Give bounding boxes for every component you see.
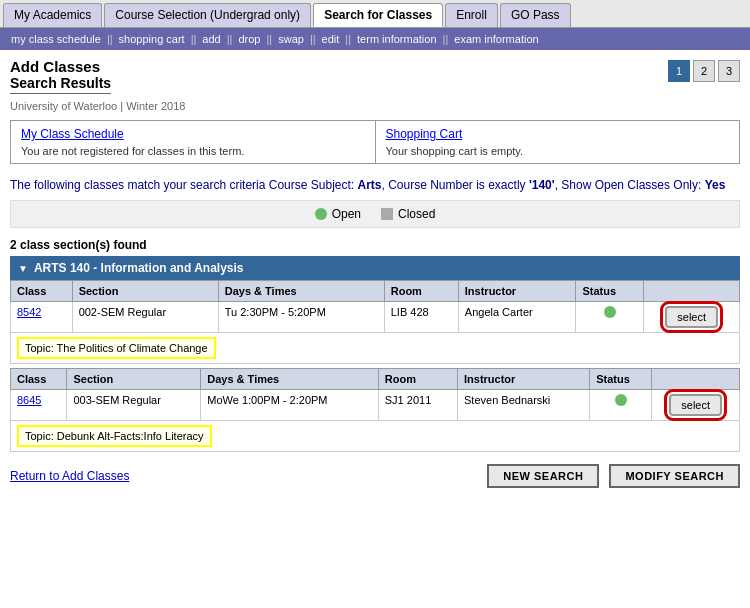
closed-label: Closed bbox=[398, 207, 435, 221]
status-2 bbox=[590, 390, 652, 421]
course-title: ARTS 140 - Information and Analysis bbox=[34, 261, 244, 275]
open-dot-icon bbox=[315, 208, 327, 220]
course-section-header: ▼ ARTS 140 - Information and Analysis bbox=[10, 256, 740, 280]
status-dot-2 bbox=[615, 394, 627, 406]
page-title: Add Classes bbox=[10, 58, 111, 75]
col-instructor-2: Instructor bbox=[458, 369, 590, 390]
topic-cell-2: Topic: Debunk Alt-Facts:Info Literacy bbox=[11, 421, 740, 452]
my-class-schedule-link[interactable]: My Class Schedule bbox=[21, 127, 365, 141]
section-2: 003-SEM Regular bbox=[67, 390, 201, 421]
step-2: 2 bbox=[693, 60, 715, 82]
info-boxes: My Class Schedule You are not registered… bbox=[10, 120, 740, 164]
tab-go-pass[interactable]: GO Pass bbox=[500, 3, 571, 27]
class-link-2[interactable]: 8645 bbox=[17, 394, 41, 406]
col-class: Class bbox=[11, 281, 73, 302]
page-header: Add Classes Search Results 1 2 3 bbox=[0, 50, 750, 100]
room-1: LIB 428 bbox=[384, 302, 458, 333]
instructor-2: Steven Bednarski bbox=[458, 390, 590, 421]
new-search-button[interactable]: NEW SEARCH bbox=[487, 464, 599, 488]
section-1: 002-SEM Regular bbox=[72, 302, 218, 333]
open-label: Open bbox=[332, 207, 361, 221]
page-subtitle: Search Results bbox=[10, 75, 111, 94]
col-days-2: Days & Times bbox=[201, 369, 379, 390]
footer-buttons: NEW SEARCH MODIFY SEARCH bbox=[487, 464, 740, 488]
class-number-1: 8542 bbox=[11, 302, 73, 333]
search-criteria-text: The following classes match your search … bbox=[10, 178, 725, 192]
term-info: University of Waterloo | Winter 2018 bbox=[0, 100, 750, 120]
results-count: 2 class section(s) found bbox=[0, 234, 750, 256]
class-table-1: Class Section Days & Times Room Instruct… bbox=[10, 280, 740, 364]
table-row: 8542 002-SEM Regular Tu 2:30PM - 5:20PM … bbox=[11, 302, 740, 333]
info-box-schedule: My Class Schedule You are not registered… bbox=[11, 121, 376, 163]
select-cell-1: select bbox=[644, 302, 740, 333]
col-days: Days & Times bbox=[218, 281, 384, 302]
table-header-row-2: Class Section Days & Times Room Instruct… bbox=[11, 369, 740, 390]
status-dot-1 bbox=[604, 306, 616, 318]
tab-course-selection[interactable]: Course Selection (Undergrad only) bbox=[104, 3, 311, 27]
days-1: Tu 2:30PM - 5:20PM bbox=[218, 302, 384, 333]
legend: Open Closed bbox=[10, 200, 740, 228]
closed-dot-icon bbox=[381, 208, 393, 220]
select-button-1[interactable]: select bbox=[665, 306, 718, 328]
topic-row-2: Topic: Debunk Alt-Facts:Info Literacy bbox=[11, 421, 740, 452]
status-1 bbox=[576, 302, 644, 333]
class-table-2: Class Section Days & Times Room Instruct… bbox=[10, 368, 740, 452]
shopping-cart-link[interactable]: Shopping Cart bbox=[386, 127, 730, 141]
tab-search-classes[interactable]: Search for Classes bbox=[313, 3, 443, 27]
cart-status-text: Your shopping cart is empty. bbox=[386, 145, 730, 157]
col-room-2: Room bbox=[378, 369, 457, 390]
select-cell-2: select bbox=[652, 390, 740, 421]
sub-nav-add[interactable]: add bbox=[196, 31, 226, 47]
table-header-row-1: Class Section Days & Times Room Instruct… bbox=[11, 281, 740, 302]
topic-row-1: Topic: The Politics of Climate Change bbox=[11, 333, 740, 364]
col-status: Status bbox=[576, 281, 644, 302]
sub-nav-term-info[interactable]: term information bbox=[351, 31, 442, 47]
modify-search-button[interactable]: MODIFY SEARCH bbox=[609, 464, 740, 488]
footer: Return to Add Classes NEW SEARCH MODIFY … bbox=[0, 456, 750, 496]
col-room: Room bbox=[384, 281, 458, 302]
table-row-2: 8645 003-SEM Regular MoWe 1:00PM - 2:20P… bbox=[11, 390, 740, 421]
sub-nav-drop[interactable]: drop bbox=[232, 31, 266, 47]
return-link[interactable]: Return to Add Classes bbox=[10, 469, 129, 483]
tab-enroll[interactable]: Enroll bbox=[445, 3, 498, 27]
step-1: 1 bbox=[668, 60, 690, 82]
class-number-2: 8645 bbox=[11, 390, 67, 421]
collapse-icon[interactable]: ▼ bbox=[18, 263, 28, 274]
step-3: 3 bbox=[718, 60, 740, 82]
topic-text-1: Topic: The Politics of Climate Change bbox=[17, 337, 216, 359]
sub-nav-exam-info[interactable]: exam information bbox=[448, 31, 544, 47]
col-select bbox=[644, 281, 740, 302]
sub-nav-my-class-schedule[interactable]: my class schedule bbox=[5, 31, 107, 47]
col-instructor: Instructor bbox=[458, 281, 576, 302]
sub-nav: my class schedule || shopping cart || ad… bbox=[0, 28, 750, 50]
search-criteria: The following classes match your search … bbox=[0, 174, 750, 200]
col-class-2: Class bbox=[11, 369, 67, 390]
schedule-status-text: You are not registered for classes in th… bbox=[21, 145, 365, 157]
room-2: SJ1 2011 bbox=[378, 390, 457, 421]
legend-open: Open bbox=[315, 207, 361, 221]
col-status-2: Status bbox=[590, 369, 652, 390]
sub-nav-shopping-cart[interactable]: shopping cart bbox=[113, 31, 191, 47]
sub-nav-edit[interactable]: edit bbox=[316, 31, 346, 47]
sub-nav-swap[interactable]: swap bbox=[272, 31, 310, 47]
info-box-cart: Shopping Cart Your shopping cart is empt… bbox=[376, 121, 740, 163]
col-section: Section bbox=[72, 281, 218, 302]
step-indicator: 1 2 3 bbox=[668, 60, 740, 82]
col-select-2 bbox=[652, 369, 740, 390]
tab-my-academics[interactable]: My Academics bbox=[3, 3, 102, 27]
class-link-1[interactable]: 8542 bbox=[17, 306, 41, 318]
select-button-2[interactable]: select bbox=[669, 394, 722, 416]
top-nav: My Academics Course Selection (Undergrad… bbox=[0, 0, 750, 28]
topic-cell-1: Topic: The Politics of Climate Change bbox=[11, 333, 740, 364]
topic-text-2: Topic: Debunk Alt-Facts:Info Literacy bbox=[17, 425, 212, 447]
legend-closed: Closed bbox=[381, 207, 435, 221]
days-2: MoWe 1:00PM - 2:20PM bbox=[201, 390, 379, 421]
col-section-2: Section bbox=[67, 369, 201, 390]
instructor-1: Angela Carter bbox=[458, 302, 576, 333]
